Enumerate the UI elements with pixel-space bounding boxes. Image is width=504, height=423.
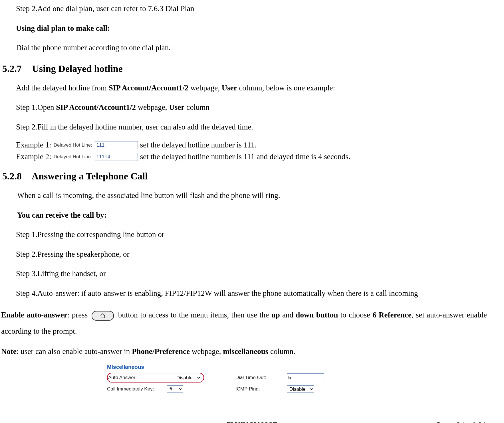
- delayed-hotline-input-2[interactable]: [95, 153, 138, 161]
- text-bold: Note: [1, 347, 17, 356]
- example-1-label: Example 1:: [16, 141, 51, 149]
- section-528-number: 5.2.8: [2, 171, 30, 182]
- using-dial-plan-heading: Using dial plan to make call:: [16, 23, 487, 34]
- text: webpage,: [188, 84, 221, 92]
- dial-timeout-label: Dial Time Out:: [235, 375, 287, 381]
- sec528-step1: Step 1.Pressing the corresponding line b…: [16, 229, 487, 240]
- call-immediately-select[interactable]: #: [167, 385, 183, 393]
- delayed-hotline-label: Delayed Hot Line:: [54, 142, 92, 148]
- enable-auto-answer-line: Enable auto-answer: press button to acce…: [1, 307, 487, 339]
- text-bold: SIP Account/Account1/2: [56, 103, 136, 112]
- sec527-step2: Step 2.Fill in the delayed hotline numbe…: [16, 121, 487, 133]
- delayed-hotline-ui-1: Delayed Hot Line:: [54, 141, 138, 149]
- sec527-intro: Add the delayed hotline from SIP Account…: [16, 82, 487, 94]
- text-bold: down button: [296, 311, 338, 319]
- text: webpage,: [190, 347, 223, 356]
- section-527-title: Using Delayed hotline: [32, 63, 123, 74]
- sec528-receive-heading: You can receive the call by:: [17, 209, 487, 221]
- footer-brand: FLYINGVOICE: [227, 421, 278, 423]
- home-button-icon: [92, 311, 114, 321]
- text: column, below is one example:: [237, 84, 335, 92]
- call-immediately-label: Call Immediately Key:: [107, 386, 167, 392]
- auto-answer-select[interactable]: Disable: [174, 374, 201, 381]
- text: column.: [268, 347, 295, 356]
- icmp-ping-select[interactable]: Disable: [287, 385, 314, 393]
- text: button to access to the menu items, then…: [118, 311, 271, 319]
- auto-answer-label: Auto Answer:: [108, 375, 165, 381]
- miscellaneous-panel: Miscellaneous Auto Answer: Disable Dial …: [107, 364, 381, 393]
- auto-answer-highlight: Auto Answer: Disable: [107, 373, 204, 382]
- text-bold: User: [222, 84, 237, 92]
- text-bold: 6 Reference: [372, 311, 412, 319]
- sec528-intro: When a call is incoming, the associated …: [17, 190, 487, 201]
- divider: [107, 371, 381, 371]
- footer-page-number: Page 24 of 81: [437, 421, 487, 423]
- sec528-step3: Step 3.Lifting the handset, or: [16, 268, 487, 280]
- sec528-step4: Step 4.Auto-answer: if auto-answer is en…: [16, 288, 487, 299]
- icmp-ping-label: ICMP Ping:: [235, 386, 287, 392]
- example-2-desc: set the delayed hotline number is 111 an…: [140, 152, 350, 161]
- text: : user can also enable auto-answer in: [17, 347, 132, 356]
- sec528-step2: Step 2.Pressing the speakerphone, or: [16, 248, 487, 260]
- example-1-desc: set the delayed hotline number is 111.: [140, 141, 257, 149]
- dial-instruction: Dial the phone number according to one d…: [16, 42, 487, 54]
- text-bold: up: [271, 311, 280, 319]
- example-2-label: Example 2:: [16, 152, 51, 161]
- text: webpage,: [136, 103, 169, 112]
- section-528-title: Answering a Telephone Call: [32, 171, 148, 181]
- delayed-hotline-ui-2: Delayed Hot Line:: [54, 153, 138, 161]
- text: : press: [67, 311, 90, 319]
- example-1-row: Example 1: Delayed Hot Line: set the del…: [16, 141, 487, 149]
- delayed-hotline-label: Delayed Hot Line:: [54, 154, 92, 160]
- sec527-step1: Step 1.Open SIP Account/Account1/2 webpa…: [16, 102, 487, 113]
- text-bold: User: [169, 103, 184, 112]
- text-bold: miscellaneous: [223, 347, 268, 356]
- text: column: [184, 103, 209, 112]
- note-line: Note: user can also enable auto-answer i…: [1, 347, 487, 356]
- dial-timeout-input[interactable]: [287, 373, 324, 382]
- step2-add-dial-plan: Step 2.Add one dial plan, user can refer…: [16, 3, 487, 15]
- example-2-row: Example 2: Delayed Hot Line: set the del…: [16, 152, 487, 161]
- section-527-heading: 5.2.7 Using Delayed hotline: [2, 63, 487, 74]
- text: Add the delayed hotline from: [16, 84, 109, 92]
- text: to choose: [338, 311, 372, 319]
- text-bold: Enable auto-answer: [1, 311, 67, 319]
- delayed-hotline-input-1[interactable]: [95, 141, 138, 149]
- text: and: [280, 311, 296, 319]
- text-bold: SIP Account/Account1/2: [109, 84, 189, 92]
- house-icon: [100, 313, 106, 319]
- text-bold: Phone/Preference: [132, 347, 190, 356]
- text: Step 1.Open: [16, 103, 56, 112]
- miscellaneous-title: Miscellaneous: [107, 364, 381, 370]
- section-528-heading: 5.2.8 Answering a Telephone Call: [2, 171, 487, 182]
- section-527-number: 5.2.7: [2, 63, 30, 74]
